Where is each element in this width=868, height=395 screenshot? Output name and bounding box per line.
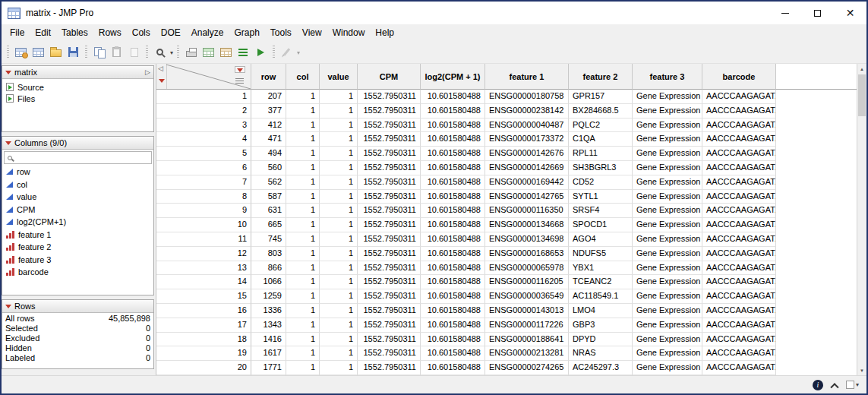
cell[interactable]: CD52 (569, 175, 633, 190)
cell[interactable]: BX284668.5 (569, 104, 633, 118)
cell[interactable]: AACCCAAGAGAT... (702, 333, 776, 347)
cell[interactable]: 1 (320, 361, 358, 375)
row-number[interactable]: 15 (156, 289, 251, 304)
cell[interactable]: 1552.7950311 (358, 247, 421, 261)
cell[interactable]: AGO4 (569, 232, 633, 247)
cell[interactable]: 1066 (251, 275, 286, 289)
cell[interactable]: ENSG00000169442 (485, 175, 569, 190)
cell[interactable]: 207 (251, 90, 286, 104)
cell[interactable]: NRAS (569, 346, 633, 361)
cell[interactable]: 10.601580488 (421, 118, 485, 133)
cell[interactable]: 10.601580488 (421, 147, 485, 161)
cell[interactable]: 10.601580488 (421, 132, 485, 147)
cell[interactable]: Gene Expression (633, 318, 702, 333)
journal-icon[interactable] (200, 43, 217, 61)
cell[interactable]: RPL11 (569, 147, 633, 161)
row-number[interactable]: 8 (156, 190, 251, 204)
table-script-source[interactable]: Source (2, 81, 153, 93)
cell[interactable]: 10.601580488 (421, 161, 485, 175)
table-panel-header[interactable]: matrix ▷ (2, 66, 153, 79)
cell[interactable]: 10.601580488 (421, 289, 485, 304)
cell[interactable]: 10.601580488 (421, 346, 485, 361)
rows-menu-icon[interactable] (159, 79, 165, 83)
cell[interactable]: 560 (251, 161, 286, 175)
cell[interactable]: ENSG00000142676 (485, 147, 569, 161)
cell[interactable]: NDUFS5 (569, 247, 633, 261)
cell[interactable]: 1552.7950311 (358, 304, 421, 318)
row-number[interactable]: 11 (156, 232, 251, 247)
column-header-feature-2[interactable]: feature 2 (569, 64, 633, 90)
cell[interactable]: 562 (251, 175, 286, 190)
row-number[interactable]: 3 (156, 118, 251, 133)
cell[interactable]: 10.601580488 (421, 247, 485, 261)
column-header-col[interactable]: col (286, 64, 320, 90)
close-button[interactable]: ✕ (834, 2, 866, 24)
cell[interactable]: 1552.7950311 (358, 104, 421, 118)
cell[interactable]: 10.601580488 (421, 204, 485, 218)
cell[interactable]: 1 (320, 247, 358, 261)
column-item-cpm[interactable]: CPM (2, 204, 153, 216)
scrollbar-thumb[interactable] (858, 74, 866, 116)
cell[interactable]: ENSG00000117226 (485, 318, 569, 333)
row-number[interactable]: 9 (156, 204, 251, 218)
red-triangle-menu-icon[interactable] (5, 141, 11, 145)
cell[interactable]: 471 (251, 132, 286, 147)
window-icon[interactable] (846, 381, 854, 389)
cell[interactable]: ENSG00000134698 (485, 232, 569, 247)
cell[interactable]: AACCCAAGAGAT... (702, 218, 776, 232)
cell[interactable]: AACCCAAGAGAT... (702, 204, 776, 218)
menu-edit[interactable]: Edit (30, 24, 56, 41)
cell[interactable]: LMO4 (569, 304, 633, 318)
cell[interactable]: AACCCAAGAGAT... (702, 304, 776, 318)
cell[interactable]: 1 (286, 104, 320, 118)
cell[interactable]: Gene Expression (633, 275, 702, 289)
cell[interactable]: 1 (286, 261, 320, 276)
cell[interactable]: 631 (251, 204, 286, 218)
cell[interactable]: Gene Expression (633, 304, 702, 318)
cell[interactable]: Gene Expression (633, 247, 702, 261)
cell[interactable]: PQLC2 (569, 118, 633, 133)
vertical-scrollbar[interactable]: ▲ ▼ (857, 64, 866, 375)
cell[interactable]: 10.601580488 (421, 333, 485, 347)
cell[interactable]: AACCCAAGAGAT... (702, 161, 776, 175)
cell[interactable]: Gene Expression (633, 204, 702, 218)
cell[interactable]: 1552.7950311 (358, 204, 421, 218)
cell[interactable]: 1552.7950311 (358, 361, 421, 375)
cell[interactable]: 1 (320, 132, 358, 147)
cell[interactable]: 1 (320, 147, 358, 161)
cell[interactable]: 1552.7950311 (358, 333, 421, 347)
cell[interactable]: 1 (286, 218, 320, 232)
cell[interactable]: ENSG00000134668 (485, 218, 569, 232)
cell[interactable]: 10.601580488 (421, 261, 485, 276)
row-number[interactable]: 14 (156, 275, 251, 289)
maximize-button[interactable] (801, 2, 834, 24)
print-icon[interactable] (182, 43, 200, 61)
cell[interactable]: 1 (286, 118, 320, 133)
scroll-down-icon[interactable]: ▼ (857, 365, 866, 375)
cell[interactable]: GBP3 (569, 318, 633, 333)
sort-icon[interactable] (235, 43, 252, 61)
chevron-down-icon[interactable]: ▾ (856, 381, 859, 388)
cell[interactable]: AACCCAAGAGAT... (702, 318, 776, 333)
cell[interactable]: ENSG00000173372 (485, 132, 569, 147)
cell[interactable]: ENSG00000116350 (485, 204, 569, 218)
paste-icon[interactable] (108, 43, 125, 61)
cell[interactable]: ENSG00000065978 (485, 261, 569, 276)
row-number[interactable]: 12 (156, 247, 251, 261)
cell[interactable]: 1 (320, 275, 358, 289)
cell[interactable]: DPYD (569, 333, 633, 347)
row-number[interactable]: 18 (156, 333, 251, 347)
cell[interactable]: 10.601580488 (421, 104, 485, 118)
row-number[interactable]: 10 (156, 218, 251, 232)
cell[interactable]: Gene Expression (633, 175, 702, 190)
columns-panel-header[interactable]: Columns (9/0) (2, 137, 153, 150)
cell[interactable]: ENSG00000274265 (485, 361, 569, 375)
scroll-up-icon[interactable]: ▲ (857, 64, 866, 74)
row-number[interactable]: 19 (156, 346, 251, 361)
row-number[interactable]: 6 (156, 161, 251, 175)
cell[interactable]: 1617 (251, 346, 286, 361)
open-icon[interactable] (47, 43, 65, 61)
edit-icon[interactable]: ▾ (278, 43, 295, 61)
cell[interactable]: Gene Expression (633, 161, 702, 175)
rows-panel-header[interactable]: Rows (2, 300, 153, 313)
